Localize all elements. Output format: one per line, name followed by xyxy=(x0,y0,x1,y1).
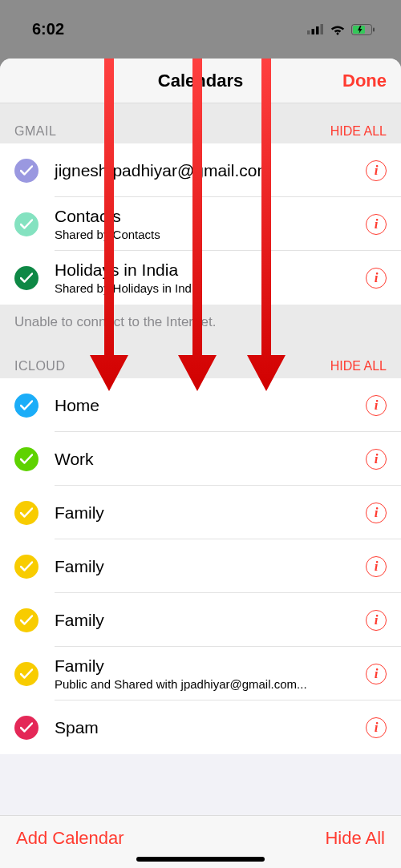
calendar-title: jignesh.padhiyar@gmail.com xyxy=(55,161,366,180)
row-text: jignesh.padhiyar@gmail.com xyxy=(55,153,366,188)
svg-rect-6 xyxy=(373,27,375,31)
info-icon[interactable]: i xyxy=(366,268,387,289)
status-icons xyxy=(307,24,375,35)
info-icon[interactable]: i xyxy=(366,395,387,416)
gmail-list: jignesh.padhiyar@gmail.comiContactsShare… xyxy=(0,143,401,305)
checkmark-icon[interactable] xyxy=(14,501,38,525)
info-icon[interactable]: i xyxy=(366,610,387,631)
calendar-title: Home xyxy=(55,396,366,415)
section-header-gmail: GMAIL HIDE ALL xyxy=(0,103,401,143)
calendar-subtitle: Shared by Contacts xyxy=(55,228,366,241)
calendar-row[interactable]: Familyi xyxy=(0,539,401,593)
calendar-title: Family xyxy=(55,557,366,576)
row-text: Family xyxy=(55,603,366,638)
connection-error: Unable to connect to the Internet. xyxy=(0,305,401,338)
info-icon[interactable]: i xyxy=(366,664,387,684)
checkmark-icon[interactable] xyxy=(14,716,38,740)
status-bar: 6:02 xyxy=(0,0,401,59)
checkmark-icon[interactable] xyxy=(14,159,38,183)
svg-rect-3 xyxy=(321,24,324,34)
calendar-row[interactable]: Familyi xyxy=(0,486,401,539)
calendars-sheet: Calendars Done GMAIL HIDE ALL jignesh.pa… xyxy=(0,59,401,868)
svg-rect-2 xyxy=(316,26,319,34)
calendar-title: Spam xyxy=(55,718,366,737)
section-label: ICLOUD xyxy=(14,359,65,373)
calendar-row[interactable]: Familyi xyxy=(0,593,401,647)
info-icon[interactable]: i xyxy=(366,717,387,738)
info-icon[interactable]: i xyxy=(366,556,387,577)
info-icon[interactable]: i xyxy=(366,160,387,181)
content: GMAIL HIDE ALL jignesh.padhiyar@gmail.co… xyxy=(0,103,401,815)
row-text: Family xyxy=(55,549,366,584)
page-title: Calendars xyxy=(158,71,243,91)
info-icon[interactable]: i xyxy=(366,214,387,235)
calendar-row[interactable]: jignesh.padhiyar@gmail.comi xyxy=(0,143,401,197)
checkmark-icon[interactable] xyxy=(14,662,38,686)
battery-charging-icon xyxy=(351,24,375,35)
status-time: 6:02 xyxy=(32,20,64,38)
row-text: Work xyxy=(55,442,366,477)
section-label: GMAIL xyxy=(14,124,56,139)
calendar-title: Family xyxy=(55,611,366,630)
svg-rect-0 xyxy=(307,30,310,34)
calendar-subtitle: Shared by Holidays in India xyxy=(55,281,366,295)
row-text: Family xyxy=(55,495,366,531)
checkmark-icon[interactable] xyxy=(14,447,38,471)
add-calendar-button[interactable]: Add Calendar xyxy=(16,828,124,849)
info-icon[interactable]: i xyxy=(366,503,387,523)
checkmark-icon[interactable] xyxy=(14,266,38,290)
home-indicator xyxy=(136,857,265,862)
info-icon[interactable]: i xyxy=(366,449,387,470)
row-text: Home xyxy=(55,388,366,423)
calendar-row[interactable]: Spami xyxy=(0,700,401,754)
cellular-icon xyxy=(307,24,324,34)
calendar-row[interactable]: Holidays in IndiaShared by Holidays in I… xyxy=(0,251,401,305)
hide-all-gmail[interactable]: HIDE ALL xyxy=(330,124,387,139)
calendar-title: Work xyxy=(55,450,366,469)
calendar-row[interactable]: Worki xyxy=(0,432,401,486)
svg-rect-1 xyxy=(312,29,315,34)
calendar-title: Family xyxy=(55,656,366,676)
row-text: ContactsShared by Contacts xyxy=(55,199,366,249)
calendar-title: Family xyxy=(55,503,366,523)
hide-all-icloud[interactable]: HIDE ALL xyxy=(330,359,387,373)
calendar-title: Contacts xyxy=(55,207,366,226)
checkmark-icon[interactable] xyxy=(14,555,38,579)
row-text: Spam xyxy=(55,710,366,745)
hide-all-button[interactable]: Hide All xyxy=(325,828,385,849)
done-button[interactable]: Done xyxy=(342,71,387,91)
calendar-row[interactable]: Homei xyxy=(0,378,401,432)
row-text: Holidays in IndiaShared by Holidays in I… xyxy=(55,252,366,303)
calendar-subtitle: Public and Shared with jpadhiyar@gmail.c… xyxy=(55,677,366,691)
nav-header: Calendars Done xyxy=(0,59,401,103)
checkmark-icon[interactable] xyxy=(14,608,38,632)
checkmark-icon[interactable] xyxy=(14,212,38,236)
calendar-row[interactable]: ContactsShared by Contactsi xyxy=(0,197,401,251)
icloud-list: HomeiWorkiFamilyiFamilyiFamilyiFamilyPub… xyxy=(0,378,401,754)
section-header-icloud: ICLOUD HIDE ALL xyxy=(0,338,401,378)
row-text: FamilyPublic and Shared with jpadhiyar@g… xyxy=(55,648,366,699)
calendar-title: Holidays in India xyxy=(55,260,366,280)
wifi-icon xyxy=(330,24,346,35)
calendar-row[interactable]: FamilyPublic and Shared with jpadhiyar@g… xyxy=(0,647,401,700)
checkmark-icon[interactable] xyxy=(14,394,38,418)
